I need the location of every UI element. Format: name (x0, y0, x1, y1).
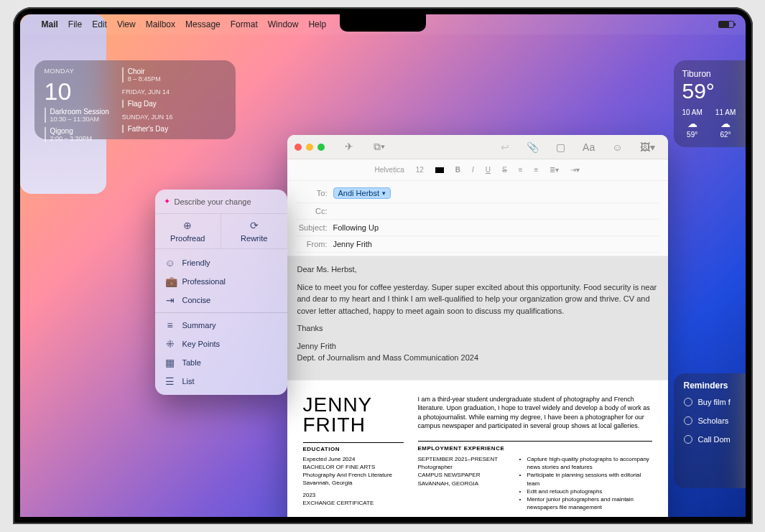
font-select[interactable]: Helvetica (375, 166, 404, 174)
exp-line: SAVANNAH, GEORGIA (418, 480, 504, 487)
concise-icon: ⇥ (165, 294, 175, 306)
macbook-frame: Mail File Edit View Mailbox Message Form… (13, 7, 753, 524)
style-label: Professional (182, 277, 226, 286)
minimize-button[interactable] (306, 144, 313, 151)
menu-edit[interactable]: Edit (92, 19, 107, 29)
exp-bullet: Mentor junior photographers and maintain… (527, 495, 652, 511)
menu-app[interactable]: Mail (42, 19, 58, 29)
menu-mailbox[interactable]: Mailbox (146, 19, 175, 29)
cal-day-label: MONDAY (45, 67, 109, 75)
weather-location: Tiburon (682, 69, 746, 79)
battery-icon (718, 21, 734, 28)
send-icon[interactable]: ✈︎ (345, 141, 353, 153)
cal-evt-title: Qigong (50, 127, 109, 135)
edu-line: EXCHANGE CERTIFICATE (303, 499, 404, 507)
exp-bullet: Participate in planning sessions with ed… (527, 471, 652, 487)
edu-line: Savannah, Georgia (303, 479, 404, 487)
cloud-icon: ☁︎ (687, 118, 697, 129)
summary-icon: ≡ (165, 319, 175, 331)
cal-evt-title: Choir (128, 67, 173, 75)
weather-hour: 11 AM (715, 108, 736, 116)
menu-view[interactable]: View (117, 19, 136, 29)
calendar-widget[interactable]: MONDAY 10 Darkroom Session 10:30 – 11:30… (34, 60, 236, 139)
italic-icon[interactable]: I (472, 166, 474, 174)
writing-tools-popover: ✦ Describe your change ⊕ Proofread ⟳ Rew… (155, 190, 287, 395)
cloud-icon: ☁︎ (720, 118, 731, 129)
style-professional[interactable]: 💼Professional (155, 272, 287, 291)
zoom-button[interactable] (317, 144, 325, 151)
reminder-ring-icon[interactable] (684, 416, 692, 425)
reminders-title: Reminders (684, 381, 746, 391)
transform-summary[interactable]: ≡Summary (155, 316, 287, 335)
menu-format[interactable]: Format (231, 19, 258, 29)
menu-window[interactable]: Window (268, 19, 299, 29)
close-button[interactable] (295, 144, 302, 151)
compose-window: ✈︎ ⧉▾ ↩︎ 📎 ▢ Aa ☺ 🖼▾ Helvetica 12 (287, 135, 668, 517)
format-icon[interactable]: Aa (583, 141, 595, 153)
proofread-label: Proofread (170, 234, 205, 243)
chevron-down-icon: ▾ (382, 190, 386, 197)
to-chip[interactable]: Andi Herbst▾ (333, 187, 391, 199)
subject-field[interactable]: Following Up (333, 223, 379, 232)
weather-widget[interactable]: Tiburon 59° 10 AM ☁︎ 59° 11 AM ☁︎ 62° (674, 60, 746, 147)
keypoints-icon: ⁜ (165, 338, 175, 350)
menu-file[interactable]: File (68, 19, 82, 29)
align-center-icon[interactable]: ≡ (534, 166, 539, 174)
exp-head: EMPLOYMENT EXPERIENCE (418, 444, 652, 452)
list-icon: ☰ (165, 375, 175, 387)
edu-line: Expected June 2024 (303, 455, 404, 463)
writing-prompt[interactable]: ✦ Describe your change (155, 190, 287, 214)
text-color-swatch[interactable] (435, 167, 444, 173)
exp-line: CAMPUS NEWSPAPER (418, 471, 504, 479)
exp-line: SEPTEMBER 2021–PRESENT (418, 455, 504, 463)
rewrite-button[interactable]: ⟳ Rewrite (221, 214, 287, 249)
transform-label: Table (182, 358, 201, 367)
desktop: Mail File Edit View Mailbox Message Form… (20, 14, 746, 517)
transform-label: Summary (182, 321, 216, 330)
reminders-widget[interactable]: Reminders Buy film f Scholars Call Dom (674, 373, 746, 488)
align-left-icon[interactable]: ≡ (519, 166, 523, 174)
friendly-icon: ☺ (165, 257, 175, 269)
style-friendly[interactable]: ☺Friendly (155, 253, 287, 272)
professional-icon: 💼 (165, 276, 175, 287)
reminder-ring-icon[interactable] (684, 435, 692, 444)
weather-hour: 10 AM (682, 108, 703, 116)
resume-last: FRITH (303, 415, 404, 435)
insert-photo-icon[interactable]: ▢ (556, 141, 565, 153)
resume-attachment: JENNY FRITH EDUCATION Expected June 2024… (287, 381, 668, 518)
cal-evt-title: Flag Day (128, 100, 173, 108)
indent-icon[interactable]: ⇥▾ (570, 166, 580, 174)
body-paragraph: Nice to meet you for coffee yesterday. S… (297, 281, 658, 317)
emoji-icon[interactable]: ☺ (612, 141, 622, 153)
edu-line: BACHELOR OF FINE ARTS (303, 463, 404, 471)
transform-table[interactable]: ▦Table (155, 353, 287, 372)
body-sig-dept: Dept. of Journalism and Mass Communicati… (297, 352, 658, 364)
reply-icon[interactable]: ↩︎ (501, 141, 509, 153)
rewrite-icon: ⟳ (250, 220, 259, 231)
reminder-ring-icon[interactable] (684, 398, 692, 406)
cal-date: 10 (45, 79, 109, 103)
cc-label: Cc: (296, 207, 328, 215)
header-fields-icon[interactable]: ⧉▾ (374, 141, 385, 153)
reminder-text: Call Dom (698, 435, 731, 444)
edu-head: EDUCATION (303, 446, 404, 452)
menu-message[interactable]: Message (185, 19, 221, 29)
proofread-button[interactable]: ⊕ Proofread (155, 214, 222, 249)
exp-bullet: Edit and retouch photographs (527, 487, 652, 495)
cal-evt-time: 8 – 8:45PM (128, 75, 173, 83)
list-icon[interactable]: ≣▾ (550, 166, 559, 174)
from-field[interactable]: Jenny Frith (333, 240, 372, 248)
style-concise[interactable]: ⇥Concise (155, 291, 287, 309)
transform-label: List (182, 377, 195, 386)
attach-icon[interactable]: 📎 (527, 141, 539, 153)
transform-list[interactable]: ☰List (155, 372, 287, 391)
menu-help[interactable]: Help (308, 19, 326, 29)
compose-body[interactable]: Dear Ms. Herbst, Nice to meet you for co… (287, 256, 668, 381)
media-browser-icon[interactable]: 🖼▾ (640, 141, 655, 153)
strike-icon[interactable]: S (502, 166, 507, 174)
table-icon: ▦ (165, 357, 175, 368)
font-size[interactable]: 12 (416, 166, 424, 174)
bold-icon[interactable]: B (455, 166, 460, 174)
transform-keypoints[interactable]: ⁜Key Points (155, 335, 287, 353)
underline-icon[interactable]: U (486, 166, 491, 174)
